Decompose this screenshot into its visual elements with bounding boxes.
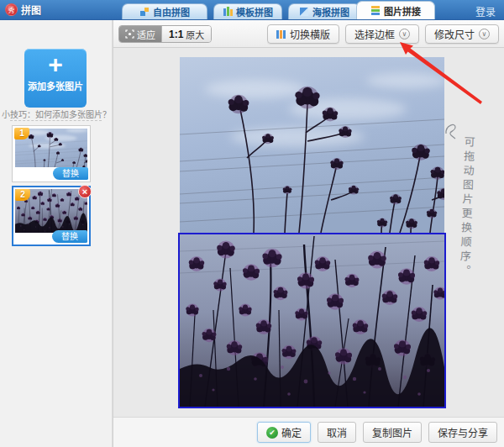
resize-button[interactable]: 修改尺寸 ∨	[425, 24, 499, 44]
tab-template-collage[interactable]: 模板拼图	[213, 3, 282, 19]
app-logo: 秀 拼图	[5, 3, 41, 17]
image-stitch-icon	[370, 5, 381, 16]
app-title: 拼图	[21, 3, 41, 17]
add-images-label: 添加多张图片	[24, 79, 87, 92]
divider	[10, 120, 102, 121]
chevron-down-icon: ∨	[479, 29, 490, 39]
save-share-button[interactable]: 保存与分享	[428, 422, 497, 443]
thumbnail-card-2[interactable]: 2 × 替换	[12, 186, 91, 246]
fit-label: 适应	[137, 28, 155, 41]
free-collage-icon	[139, 7, 150, 17]
tab-poster-collage[interactable]: 海报拼图	[288, 3, 360, 19]
original-size-button[interactable]: 1:1 原大	[161, 26, 211, 42]
tab-label: 自由拼图	[153, 5, 190, 18]
original-label: 原大	[186, 28, 204, 41]
cancel-label: 取消	[327, 425, 347, 439]
zoom-segmented-control: 适应 1:1 原大	[118, 25, 212, 43]
save-share-label: 保存与分享	[438, 425, 488, 439]
footer-bar: ✔ 确定 取消 复制图片 保存与分享	[113, 417, 504, 447]
template-collage-icon	[223, 7, 233, 17]
tab-label: 图片拼接	[384, 4, 421, 18]
resize-label: 修改尺寸	[434, 27, 475, 41]
select-border-button[interactable]: 选择边框 ∨	[345, 24, 419, 44]
toolbar: 适应 1:1 原大 切换横版 选择边框 ∨ 修改尺寸 ∨	[113, 20, 504, 48]
thumbnail-card-1[interactable]: 1 替换	[12, 125, 91, 182]
cancel-button[interactable]: 取消	[318, 422, 356, 443]
confirm-label: 确定	[281, 425, 302, 439]
plus-icon: +	[24, 50, 87, 79]
switch-layout-label: 切换横版	[290, 27, 330, 41]
fit-view-button[interactable]: 适应	[119, 26, 161, 42]
select-border-label: 选择边框	[354, 27, 395, 41]
tip-help-link[interactable]: 小技巧：如何添加多张图片？	[0, 108, 113, 120]
copy-image-label: 复制图片	[372, 425, 412, 439]
stitch-canvas	[113, 48, 504, 417]
sidebar: + 添加多张图片 小技巧：如何添加多张图片？ 1 替换 2 × 替换	[0, 20, 113, 447]
replace-button[interactable]: 替换	[53, 167, 88, 180]
tab-label: 海报拼图	[312, 5, 349, 18]
header-bar: 秀 拼图 自由拼图 模板拼图 海报拼图 图片拼接 登录	[0, 0, 504, 20]
canvas-photo-2-selected[interactable]	[178, 233, 446, 408]
login-link[interactable]: 登录	[475, 4, 496, 18]
order-badge: 1	[14, 128, 29, 139]
meitu-logo-icon: 秀	[5, 3, 18, 16]
remove-image-icon[interactable]: ×	[78, 185, 92, 198]
tab-free-collage[interactable]: 自由拼图	[122, 3, 207, 19]
squiggle-mark-icon	[444, 120, 462, 140]
toolbar-right-group: 切换横版 选择边框 ∨ 修改尺寸 ∨	[267, 24, 499, 44]
main-panel: 适应 1:1 原大 切换横版 选择边框 ∨ 修改尺寸 ∨	[113, 20, 504, 447]
copy-image-button[interactable]: 复制图片	[363, 422, 422, 443]
fit-icon	[125, 29, 134, 39]
confirm-button[interactable]: ✔ 确定	[257, 422, 311, 443]
chevron-down-icon: ∨	[399, 29, 410, 39]
replace-button[interactable]: 替换	[52, 230, 87, 243]
poster-collage-icon	[299, 7, 309, 17]
add-images-button[interactable]: + 添加多张图片	[24, 49, 87, 108]
tab-image-stitch[interactable]: 图片拼接	[356, 1, 435, 19]
check-icon: ✔	[266, 427, 278, 439]
zoom-ratio: 1:1	[169, 29, 183, 40]
layout-bars-icon	[276, 29, 286, 39]
switch-layout-button[interactable]: 切换横版	[267, 24, 339, 44]
order-badge: 2	[15, 189, 30, 201]
tab-label: 模板拼图	[236, 5, 273, 18]
canvas-photo-1[interactable]	[180, 57, 444, 233]
